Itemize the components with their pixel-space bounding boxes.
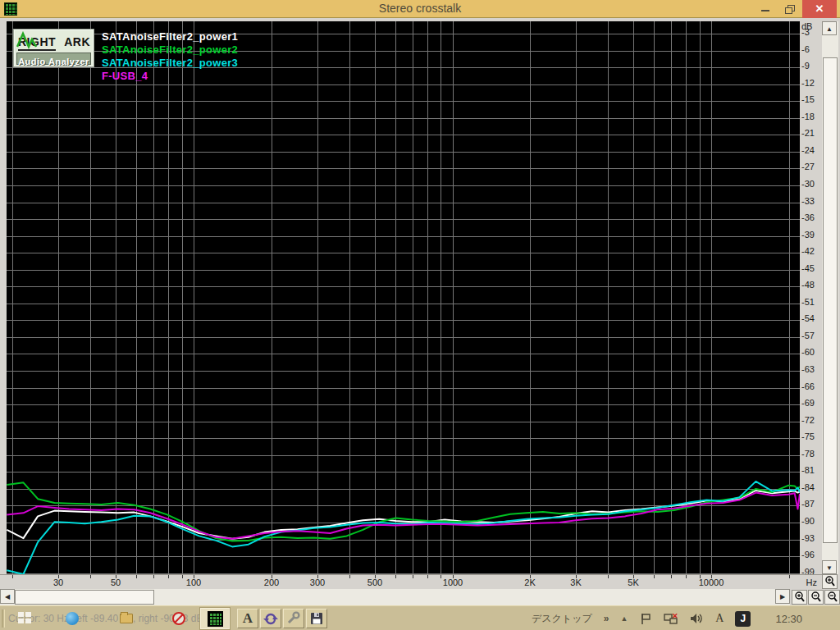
freq-tick: [671, 575, 672, 578]
zoom-out-y-button[interactable]: [824, 590, 840, 605]
freq-tick: [182, 575, 183, 578]
db-tick-label: -81: [801, 465, 815, 475]
svg-text:✕: ✕: [672, 612, 678, 620]
taskbar-grip[interactable]: [2, 609, 5, 628]
horizontal-scrollbar[interactable]: ◀ ▶: [0, 589, 790, 605]
db-tick-label: -87: [801, 499, 815, 509]
show-hidden-icons-button[interactable]: ▲: [620, 614, 628, 623]
zoom-out-x-button[interactable]: [808, 590, 824, 605]
db-tick-label: -9: [801, 61, 810, 71]
db-tick-label: -21: [801, 128, 815, 138]
db-tick-label: -33: [801, 196, 815, 206]
scroll-left-button[interactable]: ◀: [0, 589, 15, 604]
freq-tick-label: 200: [264, 578, 279, 587]
db-tick-label: -45: [801, 263, 815, 273]
magnifier-minus-icon: [827, 591, 838, 603]
network-error-icon[interactable]: ✕: [664, 612, 678, 625]
taskbar-app-icon-blue[interactable]: [66, 612, 79, 625]
db-tick-label: -63: [801, 364, 815, 374]
freq-tick-label: 300: [310, 578, 325, 587]
db-tick-label: -72: [801, 415, 815, 425]
db-tick-label: -36: [801, 212, 815, 222]
settings-button[interactable]: [283, 609, 304, 628]
magnifier-plus-icon: [824, 576, 836, 587]
ime-language-indicator[interactable]: A: [715, 612, 724, 625]
db-tick-label: -48: [801, 280, 815, 290]
series-legend: SATAnoiseFilter2_power1SATAnoiseFilter2_…: [102, 30, 238, 83]
freq-tick: [395, 575, 396, 578]
db-tick-label: -24: [801, 145, 815, 155]
action-center-flag-icon[interactable]: [639, 612, 652, 625]
blocked-app-icon[interactable]: [172, 612, 185, 625]
freq-tick-label: 3K: [570, 578, 581, 587]
horizontal-scroll-thumb[interactable]: [15, 590, 154, 605]
db-tick-label: -51: [801, 297, 815, 307]
db-tick-label: -69: [801, 398, 815, 408]
system-tray: デスクトップ » ▲ ✕ A J 12:30: [532, 606, 802, 630]
scroll-down-button[interactable]: ▼: [822, 560, 837, 574]
zoom-in-x-button[interactable]: [792, 590, 807, 605]
plot-area[interactable]: RIGHT ARK Audio Analyzer SATAnoiseFilter…: [7, 21, 800, 574]
file-explorer-icon[interactable]: [120, 614, 133, 623]
db-tick-label: -93: [801, 533, 815, 543]
db-tick-label: -90: [801, 516, 815, 526]
window-title: Stereo crosstalk: [0, 2, 840, 15]
minimize-icon: [761, 10, 769, 11]
ime-mode-icon[interactable]: J: [735, 611, 751, 627]
freq-tick: [349, 575, 350, 578]
window-content: RIGHT ARK Audio Analyzer SATAnoiseFilter…: [0, 18, 840, 605]
legend-entry: SATAnoiseFilter2_power2: [102, 43, 238, 57]
db-tick-label: -3: [801, 27, 810, 37]
freq-tick-label: 30: [53, 578, 63, 587]
logo-text-ark: ARK: [64, 35, 90, 48]
active-app-taskbar-button[interactable]: [200, 608, 230, 629]
freq-tick-label: 1000: [443, 578, 463, 587]
wrench-icon: [286, 611, 301, 626]
vertical-scroll-thumb[interactable]: [823, 57, 838, 543]
save-button[interactable]: [306, 609, 327, 628]
desktop-toolbar-label[interactable]: デスクトップ: [532, 612, 592, 626]
db-tick-label: -12: [801, 78, 815, 88]
db-tick-label: -66: [801, 381, 815, 391]
toolbar-chevron[interactable]: »: [604, 613, 609, 624]
zoom-in-y-button[interactable]: [822, 574, 838, 589]
freq-tick-label: 500: [368, 578, 382, 587]
db-tick-label: -15: [801, 94, 815, 104]
db-tick-label: -96: [801, 550, 815, 559]
series-curve-SATAnoiseFilter2_power2: [7, 482, 800, 541]
freq-tick: [153, 575, 154, 578]
restore-button[interactable]: [779, 0, 801, 18]
db-tick-label: -39: [801, 230, 815, 240]
refresh-button[interactable]: [260, 609, 281, 628]
rmaa-app-icon: [208, 611, 223, 627]
magnifier-plus-icon: [794, 591, 806, 603]
scroll-right-button[interactable]: ▶: [775, 589, 790, 604]
db-tick-label: -27: [801, 162, 815, 171]
taskbar-clock[interactable]: 12:30: [775, 613, 802, 625]
freq-tick-label: 50: [111, 578, 121, 587]
volume-icon[interactable]: [690, 612, 704, 625]
db-tick-label: -57: [801, 331, 815, 340]
minimize-button[interactable]: [755, 0, 776, 18]
start-button-icon[interactable]: [18, 612, 31, 625]
freq-tick-label: 100: [186, 578, 201, 587]
rightmark-logo: RIGHT ARK Audio Analyzer: [13, 29, 94, 67]
legend-entry: F-USB_4: [102, 70, 238, 83]
db-tick-label: -54: [801, 313, 815, 323]
close-button[interactable]: ✕: [802, 0, 837, 18]
freq-tick-label: 2K: [524, 578, 535, 587]
series-curve-F-USB_4: [7, 493, 800, 539]
freq-tick: [789, 575, 790, 578]
freq-tick: [654, 575, 655, 578]
font-button[interactable]: A: [237, 609, 258, 628]
freq-tick-label: 10000: [699, 578, 724, 587]
db-tick-label: -75: [801, 431, 815, 441]
db-axis: dB-3-6-9-12-15-18-21-24-27-30-33-36-39-4…: [800, 21, 822, 574]
floppy-disk-icon: [309, 611, 324, 626]
scroll-up-button[interactable]: ▲: [822, 21, 837, 35]
freq-tick: [608, 575, 609, 578]
crosstalk-chart[interactable]: [7, 21, 800, 574]
frequency-axis: Hz 305010020030050010002K3K5K10000: [0, 574, 822, 589]
freq-tick: [136, 575, 137, 578]
vertical-scrollbar[interactable]: ▲ ▼: [822, 21, 838, 574]
